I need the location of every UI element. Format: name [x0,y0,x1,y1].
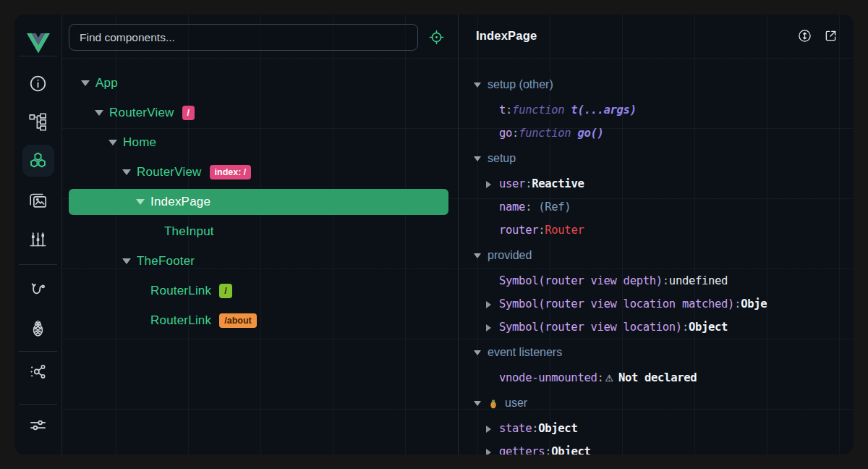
sidebar-item-pinia[interactable] [22,312,54,344]
component-name: IndexPage [150,195,210,209]
state-key: getters [499,445,545,455]
sidebar-divider [19,56,57,56]
vue-devtools-window: AppRouterView/HomeRouterViewindex: /Inde… [14,14,854,455]
key-value-separator: : [597,371,603,384]
sidebar-item-graph[interactable] [22,355,54,387]
triangle-down-icon [474,156,481,161]
timeline-icon [28,280,48,300]
section-label: user [505,397,527,410]
tree-row-theinput[interactable]: TheInput [69,219,448,245]
expand-toggle-icon[interactable] [109,140,117,145]
expand-toggle-icon[interactable] [122,169,131,175]
section-header-setup-other[interactable]: setup (other) [474,71,854,98]
select-component-button[interactable] [425,27,447,48]
scroll-to-component-icon[interactable] [796,27,813,44]
state-row-name[interactable]: name : (Ref) [474,195,854,219]
tree-row-indexpage[interactable]: IndexPage [69,189,448,215]
component-tree: AppRouterView/HomeRouterViewindex: /Inde… [69,70,458,334]
key-value-separator: : [734,297,741,310]
state-row-symbol-router-view-depth[interactable]: Symbol(router view depth) : undefined [474,269,854,292]
expand-arrow-icon[interactable] [486,180,495,188]
state-key: user [499,177,525,190]
state-key: go [499,127,512,140]
section-header-user[interactable]: user [474,389,854,417]
sidebar [14,14,62,455]
vue-logo-icon [27,33,50,54]
sidebar-item-component-hierarchy[interactable] [22,106,54,138]
state-row-go[interactable]: go : functiongo() [474,122,854,145]
mixer-icon [28,229,48,249]
state-key: vnode-unmounted [499,371,597,384]
tree-row-routerlink[interactable]: RouterLink/ [69,278,448,304]
section-setup: setupuser : Reactivename : (Ref)router :… [474,145,854,242]
tree-row-routerlink[interactable]: RouterLink/about [69,308,448,334]
triangle-right-icon [486,324,491,331]
state-row-router[interactable]: router : Router [474,219,854,242]
triangle-right-icon [486,426,491,433]
state-row-symbol-router-view-location-matched[interactable]: Symbol(router view location matched) : O… [474,292,854,316]
sidebar-item-overview[interactable] [22,67,54,99]
expand-arrow-icon[interactable] [486,324,495,331]
pinia-pineapple-icon [28,318,48,338]
state-value: Object [551,445,590,455]
state-value: (Ref) [538,200,571,214]
triangle-down-icon [109,140,117,145]
sidebar-item-timeline[interactable] [22,274,54,305]
state-row-symbol-router-view-location[interactable]: Symbol(router view location) : Object [474,316,854,339]
triangle-down-icon [95,110,103,116]
component-tree-panel: AppRouterView/HomeRouterViewindex: /Inde… [62,14,458,455]
expand-arrow-icon[interactable] [486,300,495,308]
sidebar-divider [19,351,57,352]
expand-toggle-icon[interactable] [122,258,131,264]
state-row-state[interactable]: state : Object [474,417,854,440]
triangle-down-icon [136,199,145,205]
vue-logo[interactable] [27,33,50,54]
key-value-separator: : [538,224,545,237]
function-signature: go() [577,127,603,140]
triangle-down-icon [474,253,481,258]
tree-row-thefooter[interactable]: TheFooter [69,248,448,274]
section-header-provided[interactable]: provided [474,242,854,269]
target-crosshair-icon [428,29,445,46]
key-value-separator: : [663,274,669,287]
expand-arrow-icon[interactable] [486,448,495,455]
triangle-down-icon [122,258,131,264]
tree-row-routerview[interactable]: RouterViewindex: / [69,159,448,185]
state-row-getters[interactable]: getters : Object [474,440,854,455]
key-value-separator: : [525,200,532,214]
route-badge: index: / [210,165,252,179]
expand-toggle-icon[interactable] [95,110,103,116]
state-value: Object [689,321,728,334]
key-value-separator: : [525,177,532,190]
state-key: name [499,200,525,214]
expand-arrow-icon[interactable] [486,425,495,433]
state-row-user[interactable]: user : Reactive [474,172,854,195]
expand-toggle-icon[interactable] [136,199,145,205]
open-in-editor-icon[interactable] [822,27,839,44]
settings-sliders-icon [28,415,48,435]
state-row-vnode-unmounted[interactable]: vnode-unmounted : ⚠Not declared [474,366,854,389]
sidebar-item-settings[interactable] [22,409,54,441]
state-key: Symbol(router view location matched) [499,297,734,310]
state-key: Symbol(router view depth) [499,274,663,287]
tree-row-app[interactable]: App [69,70,448,96]
function-signature: t(...args) [571,103,636,117]
expand-toggle-icon[interactable] [81,80,90,86]
inspector-header: IndexPage [459,14,854,56]
sidebar-item-assets[interactable] [22,185,54,216]
tree-row-home[interactable]: Home [69,130,448,156]
section-provided: providedSymbol(router view depth) : unde… [474,242,854,339]
section-header-event-listeners[interactable]: event listeners [474,339,854,366]
section-label: setup (other) [488,78,553,91]
state-value: Object [538,422,577,435]
triangle-down-icon [474,401,481,406]
state-value: Router [545,224,584,237]
sidebar-item-components[interactable] [22,145,54,177]
state-row-t[interactable]: t : functiont(...args) [474,98,854,122]
sidebar-item-audits[interactable] [22,223,54,255]
search-input[interactable] [69,24,418,51]
component-name: TheInput [164,224,214,239]
tree-row-routerview[interactable]: RouterView/ [69,100,448,126]
state-value: Not declared [618,371,697,384]
section-header-setup[interactable]: setup [474,145,854,172]
